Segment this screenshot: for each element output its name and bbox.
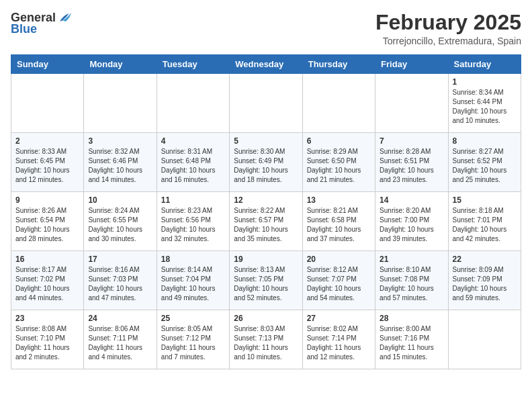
logo-text-blue: Blue xyxy=(11,23,73,35)
title-block: February 2025 Torrejoncillo, Extremadura… xyxy=(375,11,521,46)
calendar-cell: 22Sunrise: 8:09 AMSunset: 7:09 PMDayligh… xyxy=(448,251,521,310)
day-info-text: Sunrise: 8:10 AMSunset: 7:08 PMDaylight:… xyxy=(380,265,443,303)
day-number: 10 xyxy=(88,195,152,205)
calendar-cell: 9Sunrise: 8:26 AMSunset: 6:54 PMDaylight… xyxy=(11,192,84,251)
day-number: 15 xyxy=(453,195,517,205)
day-info-text: Sunrise: 8:34 AMSunset: 6:44 PMDaylight:… xyxy=(453,88,517,126)
calendar-cell xyxy=(448,310,521,369)
calendar-cell: 26Sunrise: 8:03 AMSunset: 7:13 PMDayligh… xyxy=(230,310,302,369)
day-number: 22 xyxy=(453,255,517,264)
day-info-text: Sunrise: 8:23 AMSunset: 6:56 PMDaylight:… xyxy=(161,206,225,244)
month-year-title: February 2025 xyxy=(375,11,521,34)
calendar-cell: 7Sunrise: 8:28 AMSunset: 6:51 PMDaylight… xyxy=(375,133,448,192)
calendar-cell: 19Sunrise: 8:13 AMSunset: 7:05 PMDayligh… xyxy=(230,251,302,310)
calendar-cell: 16Sunrise: 8:17 AMSunset: 7:02 PMDayligh… xyxy=(11,251,84,310)
calendar-cell: 2Sunrise: 8:33 AMSunset: 6:45 PMDaylight… xyxy=(11,133,84,192)
day-info-text: Sunrise: 8:16 AMSunset: 7:03 PMDaylight:… xyxy=(88,265,152,303)
page-header: General Blue February 2025 Torrejoncillo… xyxy=(11,11,521,46)
day-info-text: Sunrise: 8:31 AMSunset: 6:48 PMDaylight:… xyxy=(161,147,225,185)
calendar-week-3: 9Sunrise: 8:26 AMSunset: 6:54 PMDaylight… xyxy=(11,192,521,251)
calendar-cell xyxy=(230,74,302,133)
day-info-text: Sunrise: 8:30 AMSunset: 6:49 PMDaylight:… xyxy=(234,147,298,185)
calendar-cell: 13Sunrise: 8:21 AMSunset: 6:58 PMDayligh… xyxy=(302,192,375,251)
calendar-cell xyxy=(302,74,375,133)
logo: General Blue xyxy=(11,11,73,35)
day-info-text: Sunrise: 8:00 AMSunset: 7:16 PMDaylight:… xyxy=(380,324,443,362)
calendar-cell xyxy=(375,74,448,133)
day-info-text: Sunrise: 8:26 AMSunset: 6:54 PMDaylight:… xyxy=(15,206,79,244)
day-number: 14 xyxy=(380,195,443,205)
day-info-text: Sunrise: 8:08 AMSunset: 7:10 PMDaylight:… xyxy=(15,324,79,362)
calendar-cell xyxy=(84,74,157,133)
calendar-cell: 1Sunrise: 8:34 AMSunset: 6:44 PMDaylight… xyxy=(448,74,521,133)
day-info-text: Sunrise: 8:02 AMSunset: 7:14 PMDaylight:… xyxy=(307,324,371,362)
day-info-text: Sunrise: 8:17 AMSunset: 7:02 PMDaylight:… xyxy=(15,265,79,303)
day-number: 17 xyxy=(88,255,152,264)
day-number: 3 xyxy=(88,136,152,146)
calendar-cell: 8Sunrise: 8:27 AMSunset: 6:52 PMDaylight… xyxy=(448,133,521,192)
day-number: 25 xyxy=(161,314,225,323)
day-info-text: Sunrise: 8:24 AMSunset: 6:55 PMDaylight:… xyxy=(88,206,152,244)
day-info-text: Sunrise: 8:06 AMSunset: 7:11 PMDaylight:… xyxy=(88,324,152,362)
calendar-cell: 11Sunrise: 8:23 AMSunset: 6:56 PMDayligh… xyxy=(157,192,229,251)
calendar-cell: 18Sunrise: 8:14 AMSunset: 7:04 PMDayligh… xyxy=(157,251,229,310)
day-number: 16 xyxy=(15,255,79,264)
day-info-text: Sunrise: 8:09 AMSunset: 7:09 PMDaylight:… xyxy=(453,265,517,303)
day-info-text: Sunrise: 8:12 AMSunset: 7:07 PMDaylight:… xyxy=(307,265,371,303)
day-info-text: Sunrise: 8:20 AMSunset: 7:00 PMDaylight:… xyxy=(380,206,443,244)
weekday-header-row: SundayMondayTuesdayWednesdayThursdayFrid… xyxy=(11,55,521,74)
calendar-cell: 24Sunrise: 8:06 AMSunset: 7:11 PMDayligh… xyxy=(84,310,157,369)
calendar-cell: 15Sunrise: 8:18 AMSunset: 7:01 PMDayligh… xyxy=(448,192,521,251)
day-number: 20 xyxy=(307,255,371,264)
calendar-cell: 5Sunrise: 8:30 AMSunset: 6:49 PMDaylight… xyxy=(230,133,302,192)
weekday-header-wednesday: Wednesday xyxy=(230,55,302,74)
calendar-cell: 4Sunrise: 8:31 AMSunset: 6:48 PMDaylight… xyxy=(157,133,229,192)
day-number: 18 xyxy=(161,255,225,264)
day-number: 13 xyxy=(307,195,371,205)
day-number: 11 xyxy=(161,195,225,205)
day-number: 9 xyxy=(15,195,79,205)
day-number: 19 xyxy=(234,255,298,264)
day-info-text: Sunrise: 8:21 AMSunset: 6:58 PMDaylight:… xyxy=(307,206,371,244)
calendar-cell: 28Sunrise: 8:00 AMSunset: 7:16 PMDayligh… xyxy=(375,310,448,369)
location-subtitle: Torrejoncillo, Extremadura, Spain xyxy=(375,36,521,46)
calendar-table: SundayMondayTuesdayWednesdayThursdayFrid… xyxy=(11,54,521,369)
calendar-week-2: 2Sunrise: 8:33 AMSunset: 6:45 PMDaylight… xyxy=(11,133,521,192)
day-info-text: Sunrise: 8:05 AMSunset: 7:12 PMDaylight:… xyxy=(161,324,225,362)
day-number: 4 xyxy=(161,136,225,146)
weekday-header-sunday: Sunday xyxy=(11,55,84,74)
day-number: 7 xyxy=(380,136,443,146)
calendar-cell: 12Sunrise: 8:22 AMSunset: 6:57 PMDayligh… xyxy=(230,192,302,251)
day-info-text: Sunrise: 8:29 AMSunset: 6:50 PMDaylight:… xyxy=(307,147,371,185)
day-info-text: Sunrise: 8:14 AMSunset: 7:04 PMDaylight:… xyxy=(161,265,225,303)
day-info-text: Sunrise: 8:33 AMSunset: 6:45 PMDaylight:… xyxy=(15,147,79,185)
weekday-header-saturday: Saturday xyxy=(448,55,521,74)
calendar-cell: 17Sunrise: 8:16 AMSunset: 7:03 PMDayligh… xyxy=(84,251,157,310)
calendar-cell: 6Sunrise: 8:29 AMSunset: 6:50 PMDaylight… xyxy=(302,133,375,192)
weekday-header-monday: Monday xyxy=(84,55,157,74)
calendar-cell: 25Sunrise: 8:05 AMSunset: 7:12 PMDayligh… xyxy=(157,310,229,369)
day-info-text: Sunrise: 8:03 AMSunset: 7:13 PMDaylight:… xyxy=(234,324,298,362)
day-info-text: Sunrise: 8:22 AMSunset: 6:57 PMDaylight:… xyxy=(234,206,298,244)
calendar-cell: 27Sunrise: 8:02 AMSunset: 7:14 PMDayligh… xyxy=(302,310,375,369)
day-number: 5 xyxy=(234,136,298,146)
calendar-week-1: 1Sunrise: 8:34 AMSunset: 6:44 PMDaylight… xyxy=(11,74,521,133)
day-number: 28 xyxy=(380,314,443,323)
logo-bird-icon xyxy=(57,11,73,24)
day-number: 6 xyxy=(307,136,371,146)
day-info-text: Sunrise: 8:27 AMSunset: 6:52 PMDaylight:… xyxy=(453,147,517,185)
calendar-cell: 23Sunrise: 8:08 AMSunset: 7:10 PMDayligh… xyxy=(11,310,84,369)
day-info-text: Sunrise: 8:28 AMSunset: 6:51 PMDaylight:… xyxy=(380,147,443,185)
weekday-header-friday: Friday xyxy=(375,55,448,74)
calendar-cell: 20Sunrise: 8:12 AMSunset: 7:07 PMDayligh… xyxy=(302,251,375,310)
day-info-text: Sunrise: 8:32 AMSunset: 6:46 PMDaylight:… xyxy=(88,147,152,185)
weekday-header-tuesday: Tuesday xyxy=(157,55,229,74)
day-number: 27 xyxy=(307,314,371,323)
calendar-week-4: 16Sunrise: 8:17 AMSunset: 7:02 PMDayligh… xyxy=(11,251,521,310)
day-number: 21 xyxy=(380,255,443,264)
calendar-cell xyxy=(11,74,84,133)
calendar-cell: 10Sunrise: 8:24 AMSunset: 6:55 PMDayligh… xyxy=(84,192,157,251)
day-number: 24 xyxy=(88,314,152,323)
day-number: 8 xyxy=(453,136,517,146)
day-info-text: Sunrise: 8:13 AMSunset: 7:05 PMDaylight:… xyxy=(234,265,298,303)
